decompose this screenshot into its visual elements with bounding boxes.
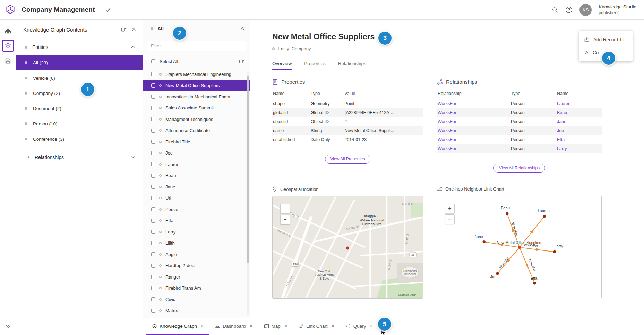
checkbox[interactable]: [151, 297, 155, 301]
close-tab-icon[interactable]: ✕: [201, 324, 204, 328]
checkbox[interactable]: [151, 275, 155, 279]
user-menu[interactable]: Knowledge Studio publisher2: [599, 4, 636, 16]
entity-filter-item[interactable]: Company (2): [16, 86, 143, 101]
detail-tab-overview[interactable]: Overview: [272, 61, 292, 70]
entity-list-item[interactable]: Sales Associate Summit: [143, 103, 250, 114]
checkbox[interactable]: [151, 106, 155, 110]
entity-list-item[interactable]: Lilith: [143, 238, 250, 249]
record-link[interactable]: Joe: [557, 128, 564, 133]
entity-list-item[interactable]: Jane: [143, 181, 250, 193]
person-node[interactable]: [533, 282, 536, 284]
record-link[interactable]: Beau: [557, 110, 567, 115]
zoom-out-button[interactable]: −: [280, 215, 290, 224]
entity-filter-item[interactable]: Person (10): [16, 116, 143, 131]
checkbox[interactable]: [151, 196, 155, 200]
record-link[interactable]: Etta: [557, 137, 565, 142]
close-tab-icon[interactable]: ✕: [370, 324, 373, 328]
entity-list-item[interactable]: Civic: [143, 294, 250, 305]
checkbox[interactable]: [151, 185, 155, 189]
record-link[interactable]: Jane: [557, 119, 566, 124]
checkbox[interactable]: [151, 151, 155, 155]
checkbox[interactable]: [151, 95, 155, 99]
entity-list-item[interactable]: Beau: [143, 170, 250, 182]
entity-filter-item[interactable]: Document (2): [16, 101, 143, 116]
entity-list-item[interactable]: Hardtop 2-door: [143, 260, 250, 272]
checkbox[interactable]: [151, 219, 155, 223]
edit-title-icon[interactable]: [105, 7, 111, 13]
record-link[interactable]: WorksFor: [438, 146, 456, 151]
view-all-properties-button[interactable]: View All Properties: [325, 155, 371, 164]
bottom-tab-knowledge-graph[interactable]: Knowledge Graph✕: [146, 318, 209, 335]
checkbox[interactable]: [151, 162, 155, 166]
detail-tab-relationships[interactable]: Relationships: [338, 61, 366, 70]
center-node[interactable]: [518, 246, 521, 249]
search-icon[interactable]: [552, 7, 558, 13]
entity-list-item[interactable]: Staplers Mechanical Engineering: [143, 69, 250, 80]
record-link[interactable]: WorksFor: [438, 128, 456, 133]
close-tab-icon[interactable]: ✕: [284, 324, 287, 328]
menu-item-add-record-to[interactable]: Add Record To: [579, 33, 633, 46]
person-node[interactable]: [506, 212, 508, 215]
person-node[interactable]: [496, 272, 499, 275]
entity-list-item[interactable]: Innovations in Mechanical Engin...: [143, 91, 250, 103]
close-tab-icon[interactable]: ✕: [332, 324, 335, 328]
entity-list-item[interactable]: Uri: [143, 193, 250, 204]
checkbox[interactable]: [151, 286, 155, 290]
close-tab-icon[interactable]: ✕: [249, 324, 252, 328]
entities-section-header[interactable]: Entities: [16, 39, 143, 55]
checkbox[interactable]: [151, 309, 155, 313]
relationships-section-header[interactable]: Relationships: [16, 149, 143, 165]
add-selection-icon[interactable]: [239, 59, 244, 64]
entity-list-item[interactable]: Matrix: [143, 305, 250, 317]
entity-list-item[interactable]: Firebird Title: [143, 136, 250, 148]
checkbox[interactable]: [151, 117, 155, 121]
record-link[interactable]: WorksFor: [438, 110, 456, 115]
checkbox[interactable]: [151, 72, 155, 76]
checkbox[interactable]: [151, 264, 155, 268]
avatar[interactable]: KS: [579, 4, 592, 16]
entity-list-item[interactable]: Firebird Trans Am: [143, 283, 250, 294]
filter-input[interactable]: [147, 41, 246, 51]
entity-list-item[interactable]: Etta: [143, 215, 250, 227]
add-view-icon[interactable]: [121, 27, 127, 32]
zoom-in-button[interactable]: +: [445, 204, 455, 213]
entity-list-item[interactable]: Persie: [143, 204, 250, 215]
data-model-icon[interactable]: [2, 25, 14, 36]
bottom-tab-link-chart[interactable]: Link Chart✕: [293, 318, 340, 335]
record-link[interactable]: WorksFor: [438, 101, 456, 106]
collapse-panel-icon[interactable]: [240, 27, 245, 31]
entity-list-item[interactable]: Joe: [143, 148, 250, 159]
entity-list-item[interactable]: Angie: [143, 249, 250, 260]
entity-filter-item[interactable]: All (23): [16, 55, 143, 70]
bottom-tab-dashboard[interactable]: Dashboard✕: [209, 318, 258, 335]
scrollbar[interactable]: [247, 72, 249, 315]
checkbox[interactable]: [151, 241, 155, 245]
record-link[interactable]: Larry: [557, 146, 567, 151]
view-all-relationships-button[interactable]: View All Relationships: [493, 164, 545, 173]
entity-filter-item[interactable]: Conference (3): [16, 131, 143, 147]
zoom-in-button[interactable]: +: [280, 204, 290, 214]
entity-list-item[interactable]: Attendance Certificate: [143, 125, 250, 136]
map-canvas[interactable]: N 3rd St N 4th St N 3rd St E Clay St W C…: [273, 196, 423, 298]
checkbox[interactable]: [151, 83, 155, 88]
person-node[interactable]: [483, 240, 486, 243]
checkbox[interactable]: [151, 207, 155, 211]
close-panel-icon[interactable]: [131, 27, 136, 32]
entity-list-item[interactable]: Lauren: [143, 159, 250, 170]
checkbox[interactable]: [151, 230, 155, 234]
checkbox[interactable]: [151, 252, 155, 256]
record-link[interactable]: WorksFor: [438, 119, 456, 124]
checkbox[interactable]: [151, 140, 155, 144]
entity-list-item[interactable]: New Metal Office Suppliers: [143, 80, 250, 91]
entity-list-item[interactable]: Larry: [143, 226, 250, 238]
zoom-out-button[interactable]: −: [445, 214, 455, 224]
help-icon[interactable]: [565, 6, 573, 14]
detail-tab-properties[interactable]: Properties: [304, 61, 326, 70]
record-link[interactable]: WorksFor: [438, 137, 456, 142]
select-all-checkbox[interactable]: [151, 59, 155, 63]
contents-layers-icon[interactable]: [2, 40, 14, 52]
person-node[interactable]: [543, 215, 546, 218]
expand-panel-icon[interactable]: [6, 325, 10, 329]
checkbox[interactable]: [151, 174, 155, 178]
person-node[interactable]: [553, 250, 556, 253]
